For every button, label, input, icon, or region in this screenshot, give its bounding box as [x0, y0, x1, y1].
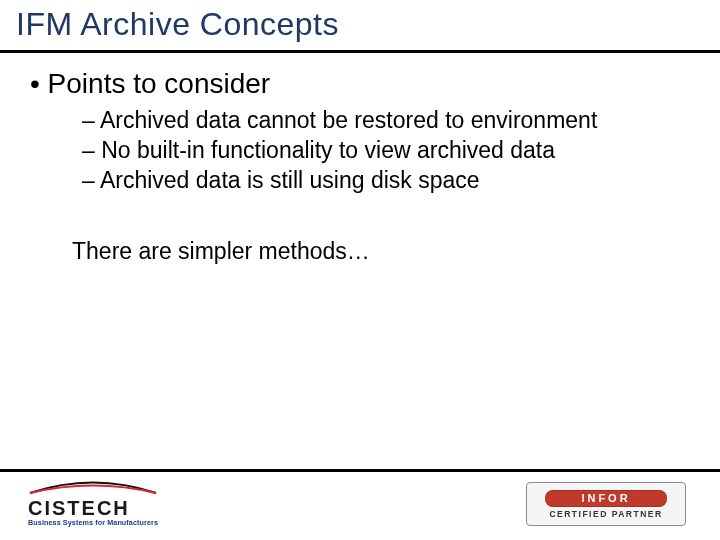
slide-title: IFM Archive Concepts: [16, 6, 339, 43]
cistech-logo: CISTECH Business Systems for Manufacture…: [28, 480, 198, 532]
subpoint: Archived data is still using disk space: [82, 166, 690, 194]
subpoint: No built-in functionality to view archiv…: [82, 136, 690, 164]
title-underline: [0, 50, 720, 53]
infor-subtitle: CERTIFIED PARTNER: [549, 509, 662, 519]
infor-logo: INFOR CERTIFIED PARTNER: [526, 482, 686, 526]
bullet-heading: Points to consider: [30, 68, 690, 100]
content-area: Points to consider Archived data cannot …: [30, 64, 690, 265]
note-text: There are simpler methods…: [72, 238, 690, 265]
cistech-tagline: Business Systems for Manufacturers: [28, 518, 198, 527]
slide: IFM Archive Concepts Points to consider …: [0, 0, 720, 540]
subpoint: Archived data cannot be restored to envi…: [82, 106, 690, 134]
swoosh-icon: [28, 480, 158, 496]
footer-divider: [0, 469, 720, 472]
cistech-name: CISTECH: [28, 498, 198, 518]
infor-badge: INFOR CERTIFIED PARTNER: [526, 482, 686, 526]
infor-name: INFOR: [545, 490, 667, 507]
